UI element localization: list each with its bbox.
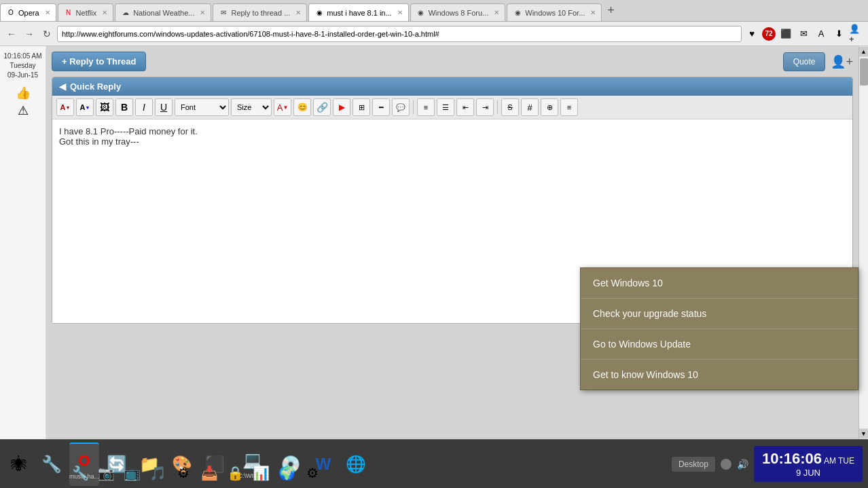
emoji-btn[interactable]: 😊 <box>293 98 311 116</box>
taskbar-small-2[interactable]: 📷 <box>94 461 118 485</box>
underline-btn[interactable]: U <box>155 98 173 116</box>
scrollbar[interactable]: ▲ ▼ <box>858 46 868 439</box>
taskbar-icon-spider[interactable]: 🕷 <box>4 443 34 486</box>
tab-close-weather[interactable]: ✕ <box>200 9 205 16</box>
taskbar-small-10[interactable]: ⚙ <box>300 461 325 485</box>
taskbar-icon-tools[interactable]: 🔧 <box>37 443 67 486</box>
scroll-down-btn[interactable]: ▼ <box>859 429 868 438</box>
font-color-btn[interactable]: A▼ <box>274 98 291 116</box>
bookmark-icon[interactable]: ♥ <box>744 26 759 41</box>
clock-day: TUE <box>838 456 854 466</box>
add-reply-icon[interactable]: 👤+ <box>831 54 853 69</box>
win10-update-item[interactable]: Go to Windows Update <box>581 329 858 360</box>
editor-toolbar: A▼ A▼ 🖼 B I U Font Size A▼ 😊 🔗 ▶ <box>52 96 852 119</box>
reply-to-thread-button[interactable]: + Reply to Thread <box>52 52 146 71</box>
add-account-icon[interactable]: 👤+ <box>849 26 864 41</box>
replythread-favicon: ✉ <box>219 8 228 18</box>
tab-close-netflix[interactable]: ✕ <box>102 9 107 16</box>
tab-musti[interactable]: ◉ must i have 8.1 in... ✕ <box>308 3 408 21</box>
tab-close-win8forum[interactable]: ✕ <box>494 9 499 16</box>
quick-reply-arrow: ◀ <box>59 81 66 92</box>
spider-icon: 🕷 <box>8 453 30 475</box>
highlight-btn[interactable]: A▼ <box>76 98 94 116</box>
current-time: 10:16:05 AM <box>3 52 41 61</box>
desktop-button[interactable]: Desktop <box>672 457 715 472</box>
taskbar-small-8[interactable]: 📊 <box>249 461 273 485</box>
like-icon[interactable]: 👍 <box>16 86 31 100</box>
insert-video-btn[interactable]: ▶ <box>333 98 350 116</box>
taskbar-small-7[interactable]: 🔒 <box>223 461 247 485</box>
format-btn[interactable]: ≡ <box>560 98 578 116</box>
nav-bar: ← → ↻ ♥ 72 ⬛ ✉ A ⬇ 👤+ <box>0 22 868 46</box>
toolbar-separator-1 <box>413 100 414 114</box>
adblock-icon[interactable]: 72 <box>762 27 776 41</box>
win10-know-item[interactable]: Get to know Windows 10 <box>581 360 858 390</box>
speed-dial-icon[interactable]: ⬛ <box>778 26 793 41</box>
strikethrough-btn[interactable]: S <box>501 98 519 116</box>
taskbar-small-5[interactable]: ⚙ <box>171 461 196 485</box>
insert-hr-btn[interactable]: ━ <box>372 98 390 116</box>
hash-btn[interactable]: # <box>521 98 539 116</box>
ordered-list-btn[interactable]: ≡ <box>417 98 435 116</box>
win10for-favicon: ◉ <box>513 8 522 18</box>
taskbar-icon-globe[interactable]: 🌐 <box>341 443 371 486</box>
italic-btn[interactable]: I <box>135 98 153 116</box>
amazon-icon[interactable]: A <box>814 26 829 41</box>
outdent-btn[interactable]: ⇤ <box>456 98 474 116</box>
indent-btn[interactable]: ⇥ <box>476 98 494 116</box>
desktop-dot <box>721 459 731 470</box>
tab-close-opera[interactable]: ✕ <box>45 9 50 16</box>
win10-check-item[interactable]: Check your upgrade status <box>581 299 858 329</box>
insert-link-btn[interactable]: 🔗 <box>313 98 331 116</box>
more-btn[interactable]: ⊕ <box>541 98 558 116</box>
insert-image-btn[interactable]: 🖼 <box>96 98 113 116</box>
insert-code-btn[interactable]: 💬 <box>392 98 410 116</box>
current-day: Tuesday <box>3 61 41 71</box>
taskbar: 🕷 🔧 O must i ha... 🔄 📁 🎨 ⬛ 💻 <box>0 439 868 488</box>
taskbar-right: Desktop 🔊 10:16:06 AM TUE 9 JUN <box>666 446 868 482</box>
tab-close-musti[interactable]: ✕ <box>397 9 403 16</box>
taskbar-small-1[interactable]: 🔧 <box>68 461 92 485</box>
back-button[interactable]: ← <box>4 26 19 41</box>
tab-replythread[interactable]: ✉ Reply to thread ... ✕ <box>213 3 307 21</box>
opera-favicon: O <box>6 8 16 18</box>
tab-win10for[interactable]: ◉ Windows 10 For... ✕ <box>507 3 602 21</box>
current-date: 09-Jun-15 <box>3 71 41 80</box>
win10-get-item[interactable]: Get Windows 10 <box>581 268 858 299</box>
font-select[interactable]: Font <box>175 98 229 116</box>
mail-icon[interactable]: ✉ <box>796 26 811 41</box>
warn-icon[interactable]: ⚠ <box>18 103 29 118</box>
taskbar-small-4[interactable]: 🎵 <box>145 461 170 485</box>
tab-opera[interactable]: O Opera ✕ <box>0 3 56 21</box>
text-color-btn[interactable]: A▼ <box>56 98 74 116</box>
taskbar-small-9[interactable]: 🌍 <box>274 461 299 485</box>
insert-table-btn[interactable]: ⊞ <box>352 98 370 116</box>
scroll-track <box>859 57 868 428</box>
download-icon[interactable]: ⬇ <box>831 26 846 41</box>
win8forum-favicon: ◉ <box>416 8 426 18</box>
tab-weather[interactable]: ☁ National Weathe... ✕ <box>115 3 211 21</box>
clock-date: 9 JUN <box>762 468 854 478</box>
left-sidebar: 10:16:05 AM Tuesday 09-Jun-15 👍 ⚠ <box>0 46 46 439</box>
address-bar[interactable] <box>57 26 742 42</box>
win10-upgrade-popup: Get Windows 10 Check your upgrade status… <box>580 267 858 390</box>
quote-button[interactable]: Quote <box>783 52 826 71</box>
quick-reply-title: Quick Reply <box>70 81 121 92</box>
taskbar-small-3[interactable]: 📺 <box>120 461 144 485</box>
volume-icon[interactable]: 🔊 <box>737 459 748 470</box>
tab-close-replythread[interactable]: ✕ <box>295 9 301 16</box>
tab-netflix[interactable]: N Netflix ✕ <box>58 3 114 21</box>
taskbar-small-6[interactable]: 📥 <box>197 461 221 485</box>
forward-button[interactable]: → <box>22 26 37 41</box>
new-tab-button[interactable]: + <box>603 3 619 18</box>
netflix-favicon: N <box>64 8 73 18</box>
size-select[interactable]: Size <box>231 98 272 116</box>
scroll-thumb[interactable] <box>860 58 868 86</box>
refresh-button[interactable]: ↻ <box>39 26 54 41</box>
scroll-up-btn[interactable]: ▲ <box>859 47 868 56</box>
unordered-list-btn[interactable]: ☰ <box>437 98 454 116</box>
globe-icon: 🌐 <box>345 453 367 475</box>
tab-close-win10for[interactable]: ✕ <box>590 9 596 16</box>
bold-btn[interactable]: B <box>115 98 133 116</box>
tab-win8forum[interactable]: ◉ Windows 8 Foru... ✕ <box>410 3 506 21</box>
